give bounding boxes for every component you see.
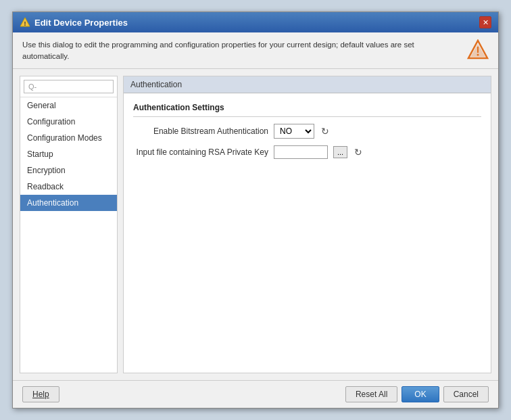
dialog-icon: ! (20, 17, 30, 28)
ok-button[interactable]: OK (402, 386, 439, 402)
main-panel: Authentication Authentication Settings E… (123, 76, 491, 373)
sidebar-item-readback[interactable]: Readback (20, 179, 117, 195)
bitstream-auth-select[interactable]: NO YES (274, 124, 314, 139)
help-button[interactable]: Help (22, 386, 59, 402)
close-icon: ✕ (483, 18, 489, 27)
brand-icon (467, 39, 489, 61)
dialog-body: General Configuration Configuration Mode… (13, 69, 498, 380)
cancel-button[interactable]: Cancel (443, 386, 489, 402)
refresh-icon-2: ↻ (354, 147, 362, 158)
footer-right: Reset All OK Cancel (345, 386, 489, 402)
sidebar-item-startup[interactable]: Startup (20, 146, 117, 162)
reset-all-button[interactable]: Reset All (345, 386, 397, 402)
search-input[interactable] (24, 80, 114, 93)
form-row-bitstream-auth: Enable Bitstream Authentication NO YES ↻ (133, 124, 481, 139)
rsa-key-refresh-button[interactable]: ↻ (353, 147, 364, 158)
rsa-key-browse-button[interactable]: ... (333, 146, 347, 158)
refresh-icon: ↻ (321, 126, 329, 137)
form-row-rsa-key: Input file containing RSA Private Key ..… (133, 145, 481, 159)
dialog-title: Edit Device Properties (34, 18, 128, 28)
edit-device-dialog: ! Edit Device Properties ✕ Use this dial… (12, 11, 499, 408)
bitstream-auth-label: Enable Bitstream Authentication (133, 126, 268, 136)
close-button[interactable]: ✕ (479, 16, 491, 28)
bitstream-auth-refresh-button[interactable]: ↻ (320, 126, 331, 137)
rsa-key-input[interactable] (274, 145, 328, 159)
sidebar-item-general[interactable]: General (20, 97, 117, 114)
dialog-description-bar: Use this dialog to edit the programming … (13, 32, 498, 68)
rsa-key-label: Input file containing RSA Private Key (133, 147, 268, 157)
browse-icon: ... (337, 148, 343, 156)
panel-content: Authentication Settings Enable Bitstream… (124, 93, 491, 373)
sidebar-item-configuration-modes[interactable]: Configuration Modes (20, 130, 117, 146)
panel-header: Authentication (124, 76, 491, 93)
sidebar: General Configuration Configuration Mode… (20, 76, 118, 373)
title-bar: ! Edit Device Properties ✕ (13, 12, 498, 32)
sidebar-item-encryption[interactable]: Encryption (20, 162, 117, 179)
footer-left: Help (22, 386, 59, 402)
dialog-footer: Help Reset All OK Cancel (13, 380, 498, 408)
sidebar-item-authentication[interactable]: Authentication (20, 195, 117, 211)
sidebar-item-configuration[interactable]: Configuration (20, 114, 117, 130)
help-label: Help (32, 390, 49, 399)
dialog-description-text: Use this dialog to edit the programming … (22, 39, 467, 61)
section-title: Authentication Settings (133, 103, 481, 117)
search-box[interactable] (20, 76, 117, 97)
title-bar-left: ! Edit Device Properties (20, 17, 128, 28)
svg-text:!: ! (24, 20, 26, 27)
svg-point-5 (477, 54, 479, 56)
